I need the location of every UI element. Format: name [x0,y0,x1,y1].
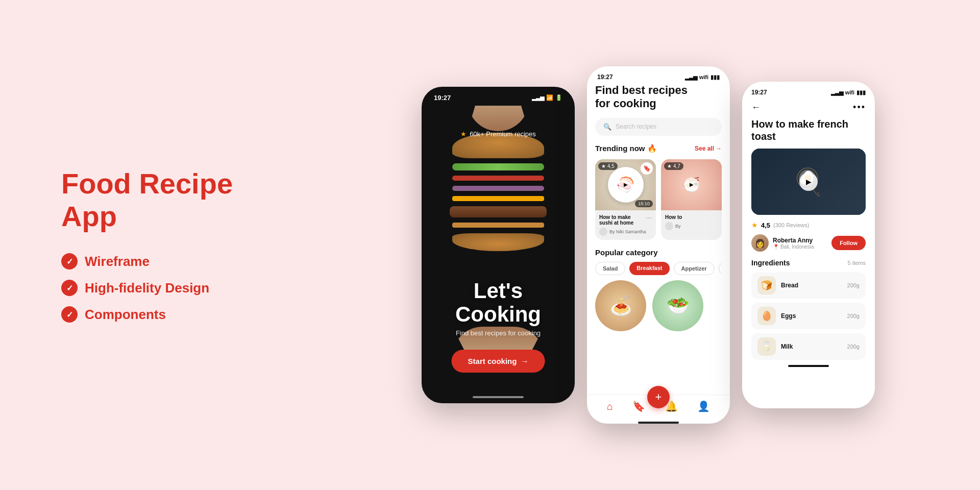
recipe-name-partial: How to [665,214,682,220]
eggs-emoji: 🥚 [761,310,772,322]
rating-value-partial: 4,7 [673,163,680,169]
category-noodle[interactable]: Noodle [719,262,722,275]
check-icon-components: ✓ [61,306,78,323]
author-avatar-detail: 👩 [751,234,769,252]
more-options-button[interactable]: ••• [853,102,866,113]
author-name-sushi: By Niki Samantha [609,229,646,234]
ingredient-milk: 🥛 Milk 200g [751,333,866,360]
phone1-time: 19:27 [434,94,451,102]
signal-icon: ▂▃▅ [831,89,843,96]
phone-recipe-list: 19:27 ▂▃▅ wifi ▮▮▮ Find best recipes for… [587,66,730,424]
layer-lettuce [452,163,544,170]
rating-value-detail: 4,5 [761,222,770,229]
recipe-card-img-sushi: 🍣 ★ 4,5 🔖 ▶ 15:10 [595,159,656,210]
play-button-partial[interactable]: ▶ [684,178,699,192]
check-icon-high-fidelity: ✓ [61,280,78,296]
search-icon: 🔍 [603,123,611,131]
bookmark-icon-sushi[interactable]: 🔖 [641,162,653,175]
ingredient-name-eggs: Eggs [781,312,796,320]
ingredient-left-eggs: 🥚 Eggs [757,307,796,325]
nav-home-icon[interactable]: ⌂ [607,401,613,412]
see-all-button[interactable]: See all → [695,145,722,152]
recipe-card-img-partial: 🍜 ★ 4,7 ▶ [661,159,722,210]
recipe-name-sushi: How to make sushi at home [599,214,645,226]
ingredient-amount-bread: 200g [847,282,860,288]
author-row: 👩 Roberta Anny 📍 Bali, Indonesia Follow [742,234,875,259]
title-line2: App [61,200,117,232]
hero-title-line2: Cooking [455,302,541,326]
ingredients-title: Ingredients [751,259,790,267]
check-icon-wireframe: ✓ [61,253,78,270]
ingredient-eggs: 🥚 Eggs 200g [751,303,866,329]
star-icon: ★ [601,163,606,169]
author-avatar-partial [665,222,673,230]
star-icon: ★ [667,163,672,169]
home-indicator [638,422,679,424]
food-emoji-2: 🥗 [667,295,690,316]
author-name-partial: By [675,224,681,229]
phones-container: 19:27 ▂▃▅ 📶 🔋 ★ 60k+ Premium recipes [316,0,980,490]
layer-tomato [452,176,544,181]
phone2-content: Find best recipes for cooking 🔍 Search r… [587,84,730,395]
nav-bookmark-icon[interactable]: 🔖 [632,400,645,412]
battery-icon: ▮▮▮ [710,74,720,81]
battery-icon: ▮▮▮ [856,89,866,96]
ingredient-icon-eggs: 🥚 [757,307,776,325]
bottom-nav: ⌂ 🔖 + 🔔 👤 [587,395,730,420]
search-bar[interactable]: 🔍 Search recipes [595,118,722,136]
recipe-rating-row: ★ 4,5 (300 Reviews) [742,221,875,234]
food-thumbnails: 🍝 🥗 [595,280,722,331]
ingredient-name-bread: Bread [781,282,798,289]
phone3-time: 19:27 [751,89,767,96]
feature-wireframe: ✓ Wireframe [61,253,276,270]
battery-icon: 🔋 [555,94,562,101]
see-all-label: See all [695,145,714,152]
wifi-icon: 📶 [546,94,553,101]
phone2-time: 19:27 [597,74,613,81]
author-details: Roberta Anny 📍 Bali, Indonesia [773,237,814,250]
nav-profile-icon[interactable]: 👤 [697,400,710,412]
category-salad[interactable]: Salad [595,262,625,275]
location-icon: 📍 [773,244,779,250]
recipe-card-sushi[interactable]: 🍣 ★ 4,5 🔖 ▶ 15:10 How to make sushi at h… [595,159,656,240]
cta-arrow-icon: → [521,357,528,365]
phone-recipe-detail: 19:27 ▂▃▅ wifi ▮▮▮ ← ••• How to make fre… [742,82,875,408]
recipe-hero-image: 🍳 ▶ [751,149,866,215]
signal-icon: ▂▃▅ [685,74,697,81]
left-section: Food Recipe App ✓ Wireframe ✓ High-fidel… [0,127,316,364]
recipe-card-partial[interactable]: 🍜 ★ 4,7 ▶ How to [661,159,722,240]
trending-label: Trending now [595,144,645,153]
recipe-card-info-partial: How to By [661,210,722,234]
add-button[interactable]: + [647,386,670,408]
recipe-card-info-sushi: How to make sushi at home ⋯ By Niki Sama… [595,210,656,240]
layer-onion [452,186,544,191]
food-emoji-1: 🍝 [609,295,632,316]
ingredient-amount-eggs: 200g [847,313,860,319]
food-thumb-1: 🍝 [595,280,646,331]
layer-patty [450,206,547,217]
play-button-detail[interactable]: ▶ [799,173,818,191]
recipe-title: How to make french toast [742,118,875,149]
premium-badge-text: 60k+ Premium recipes [470,130,536,138]
signal-icon: ▂▃▅ [532,94,544,101]
phone1-hero: ★ 60k+ Premium recipes [422,106,575,403]
card-duration: 15:10 [635,200,653,207]
ingredient-left-bread: 🍞 Bread [757,276,798,295]
card-rating-partial: ★ 4,7 [664,162,683,170]
find-recipes-title: Find best recipes for cooking [595,84,722,111]
phone2-status-bar: 19:27 ▂▃▅ wifi ▮▮▮ [587,66,730,84]
back-button[interactable]: ← [751,102,761,113]
title-line1: Find best recipes [595,84,688,96]
phone3-header: ← ••• [742,99,875,118]
play-button-sushi[interactable]: ▶ [619,178,633,192]
star-icon-detail: ★ [751,221,758,229]
author-avatar-sushi [599,228,607,236]
feature-list: ✓ Wireframe ✓ High-fidelity Design ✓ Com… [61,253,276,323]
ingredients-header: Ingredients 5 items [742,259,875,272]
layer-cheese [452,196,544,201]
category-breakfast[interactable]: Breakfast [629,262,669,275]
follow-button[interactable]: Follow [831,236,866,250]
category-appetizer[interactable]: Appetizer [674,262,715,275]
start-cooking-button[interactable]: Start cooking → [452,350,545,373]
fire-icon: 🔥 [647,144,657,153]
